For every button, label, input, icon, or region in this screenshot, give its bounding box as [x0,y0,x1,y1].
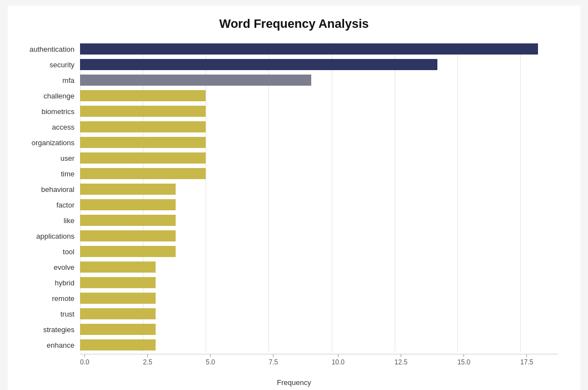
bar-label: mfa [19,76,80,85]
bar-label: applications [19,232,80,240]
bar-fill [80,246,176,257]
x-tick-line [338,354,338,357]
bar-row: applications [80,229,558,243]
bar-label: like [19,216,80,225]
bar-track [80,90,558,101]
x-tick-label: 17.5 [520,358,533,366]
bar-label: trust [19,310,80,318]
bar-track [80,106,558,117]
bar-track [80,308,558,319]
bar-label: strategies [19,325,80,334]
x-tick-label: 5.0 [206,358,215,366]
bar-row: time [80,167,558,180]
x-tick-label: 10.0 [332,358,345,366]
bar-fill [80,215,176,226]
chart-container: Word Frequency Analysis authenticationse… [8,6,580,390]
bar-label: user [19,154,80,162]
bar-row: behavioral [80,182,558,196]
bar-row: remote [80,292,558,305]
bar-track [80,75,558,86]
bar-fill [80,43,538,55]
bar-row: authentication [80,42,558,56]
bar-track [80,199,558,210]
grid-line [457,42,458,352]
x-tick-line [464,354,464,357]
grid-line [332,42,332,352]
bar-row: factor [80,198,558,211]
x-tick: 12.5 [395,354,407,366]
bar-fill [80,277,156,288]
grid-line [80,42,81,352]
chart-body: authenticationsecuritymfachallengebiomet… [19,42,569,387]
bar-row: enhance [80,338,558,352]
bar-track [80,152,558,164]
x-tick-label: 12.5 [395,358,407,366]
bar-track [80,215,558,226]
bar-track [80,261,558,273]
bar-label: remote [19,294,80,303]
bar-track [80,339,558,350]
bars-area: authenticationsecuritymfachallengebiomet… [19,42,569,352]
x-tick-line [273,354,273,357]
bar-fill [80,168,206,179]
bar-row: access [80,120,558,134]
bar-label: challenge [19,92,80,100]
bar-fill [80,199,176,210]
x-tick: 5.0 [206,354,215,366]
bar-row: evolve [80,260,558,274]
bar-fill [80,261,156,273]
bar-row: hybrid [80,276,558,289]
x-tick: 10.0 [332,354,345,366]
grid-line [268,42,269,352]
bar-label: hybrid [19,279,80,287]
bar-row: mfa [80,73,558,87]
bar-label: security [19,61,80,69]
bar-track [80,137,558,148]
grid-line [395,42,395,352]
bar-fill [80,339,156,350]
bar-fill [80,90,206,101]
bar-label: organizations [19,139,80,147]
x-tick-line [526,354,527,357]
bar-label: access [19,123,80,131]
x-tick-line [147,354,148,357]
grid-line [143,42,143,352]
bar-track [80,121,558,132]
bar-track [80,59,558,70]
bar-row: organizations [80,136,558,149]
x-tick-label: 15.0 [457,358,470,366]
bar-label: factor [19,201,80,209]
bar-fill [80,308,156,319]
bar-fill [80,75,311,86]
x-tick: 0.0 [80,354,89,366]
chart-title: Word Frequency Analysis [19,17,569,31]
bar-label: biometrics [19,107,80,116]
x-tick-line [84,354,85,357]
bar-fill [80,230,176,241]
bar-label: enhance [19,341,80,349]
grid-line [520,42,521,352]
bar-fill [80,121,206,132]
bar-fill [80,184,176,195]
x-axis-label: Frequency [19,378,569,387]
bar-row: like [80,214,558,227]
bar-fill [80,59,437,70]
x-tick-line [401,354,401,357]
bar-label: evolve [19,263,80,271]
bar-track [80,168,558,179]
x-tick: 15.0 [457,354,470,366]
x-tick: 2.5 [143,354,152,366]
bar-track [80,230,558,241]
bar-label: time [19,170,80,178]
bar-track [80,293,558,304]
bar-fill [80,152,206,164]
bar-track [80,246,558,257]
bar-row: strategies [80,323,558,336]
bar-row: challenge [80,89,558,102]
bar-label: tool [19,248,80,256]
x-tick-line [210,354,211,357]
x-tick-label: 7.5 [268,358,278,366]
bar-fill [80,324,156,335]
bar-track [80,324,558,335]
bar-track [80,43,558,55]
